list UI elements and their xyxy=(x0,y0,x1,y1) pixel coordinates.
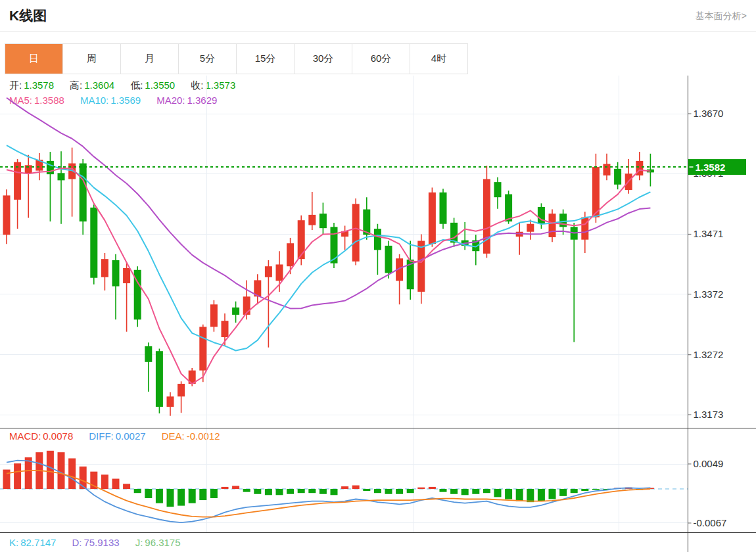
macd-bar xyxy=(101,474,108,489)
tab-60min[interactable]: 60分 xyxy=(352,44,410,74)
macd-bar xyxy=(527,489,534,502)
macd-bar xyxy=(396,489,403,494)
macd-bar xyxy=(505,489,512,499)
macd-axis-label: 0.0049 xyxy=(694,458,724,469)
macd-bar xyxy=(276,489,283,495)
macd-bar xyxy=(254,489,261,494)
macd-bar xyxy=(123,484,130,489)
candle-body xyxy=(527,224,534,232)
macd-bar xyxy=(287,489,294,494)
macd-bar xyxy=(559,489,567,496)
macd-bar xyxy=(167,489,174,507)
candle-body xyxy=(156,351,163,407)
macd-bar xyxy=(363,489,370,491)
candle-body xyxy=(210,304,218,327)
current-price-label: 1.3582 xyxy=(696,162,726,173)
macd-bar xyxy=(571,489,578,493)
macd-bar xyxy=(68,458,76,489)
candle-body xyxy=(145,346,152,362)
macd-bar xyxy=(352,486,360,489)
macd-bar xyxy=(308,489,316,493)
macd-bar xyxy=(189,489,196,503)
kline-chart-canvas[interactable]: 1.36701.35711.34711.33721.32721.31730.00… xyxy=(0,74,756,552)
candle-body xyxy=(14,162,21,200)
tab-5min[interactable]: 5分 xyxy=(179,44,237,74)
macd-bar xyxy=(331,489,338,495)
macd-bar xyxy=(450,489,458,494)
macd-bar xyxy=(210,489,218,498)
candle-body xyxy=(385,246,392,273)
macd-bar xyxy=(265,489,272,495)
price-axis-label: 1.3471 xyxy=(694,228,724,239)
candle-body xyxy=(199,327,206,370)
candle-body xyxy=(123,268,130,283)
macd-bar xyxy=(80,467,87,489)
tab-15min[interactable]: 15分 xyxy=(237,44,295,74)
macd-bar xyxy=(243,489,250,492)
candle-body xyxy=(549,214,556,237)
ma10-line xyxy=(7,145,650,350)
price-axis-label: 1.3372 xyxy=(694,288,724,300)
tab-week[interactable]: 周 xyxy=(63,44,121,74)
macd-bar xyxy=(3,470,11,489)
macd-bar xyxy=(112,478,120,489)
candle-body xyxy=(450,223,458,242)
candle-body xyxy=(374,229,381,250)
macd-bar xyxy=(145,489,152,498)
price-axis-label: 1.3670 xyxy=(694,108,724,119)
candle-body xyxy=(505,195,512,221)
tab-day[interactable]: 日 xyxy=(5,44,63,74)
candle-body xyxy=(287,243,294,266)
candle-body xyxy=(232,308,239,315)
macd-bar xyxy=(440,489,447,492)
candle-body xyxy=(177,384,185,396)
candle-body xyxy=(581,218,588,240)
candle-body xyxy=(538,207,545,224)
fundamental-analysis-link[interactable]: 基本面分析> xyxy=(696,11,747,22)
macd-bar xyxy=(429,487,436,489)
price-axis-label: 1.3173 xyxy=(694,409,724,420)
tab-4hour[interactable]: 4时 xyxy=(410,44,467,74)
tab-30min[interactable]: 30分 xyxy=(295,44,352,74)
candle-body xyxy=(614,169,621,185)
macd-bar xyxy=(516,489,523,501)
candle-body xyxy=(3,195,11,235)
macd-bar xyxy=(47,451,54,489)
candle-body xyxy=(58,173,65,180)
macd-bar xyxy=(156,489,163,503)
macd-bar xyxy=(538,489,545,501)
macd-bar xyxy=(407,489,414,493)
period-tabbar: 日周月5分15分30分60分4时 xyxy=(5,43,468,74)
candle-body xyxy=(308,215,316,225)
macd-bar xyxy=(298,489,305,493)
kline-page: K线图 基本面分析> 日周月5分15分30分60分4时 开:1.3578高:1.… xyxy=(0,0,756,552)
price-axis-label: 1.3272 xyxy=(694,349,724,360)
macd-bar xyxy=(592,489,600,490)
candle-body xyxy=(319,214,327,228)
candle-body xyxy=(483,179,490,254)
macd-bar xyxy=(177,489,185,506)
macd-bar xyxy=(341,486,348,489)
candle-body xyxy=(440,193,447,224)
macd-bar xyxy=(14,463,21,489)
candle-body xyxy=(112,260,120,287)
candle-body xyxy=(90,208,97,278)
macd-bar xyxy=(549,489,556,499)
header-divider xyxy=(0,31,756,32)
macd-bar xyxy=(134,489,141,493)
macd-bar xyxy=(232,486,239,489)
macd-bar xyxy=(461,489,469,495)
candle-body xyxy=(429,193,436,244)
macd-bar xyxy=(319,489,327,494)
tab-month[interactable]: 月 xyxy=(121,44,179,74)
candle-body xyxy=(603,164,611,175)
page-title: K线图 xyxy=(9,7,47,25)
macd-bar xyxy=(581,489,588,491)
candle-body xyxy=(417,241,425,292)
macd-bar xyxy=(483,489,490,493)
macd-bar xyxy=(472,489,479,494)
macd-axis-label: -0.0067 xyxy=(694,517,727,528)
candle-body xyxy=(101,259,108,277)
candle-body xyxy=(352,204,360,262)
macd-bar xyxy=(494,489,502,497)
